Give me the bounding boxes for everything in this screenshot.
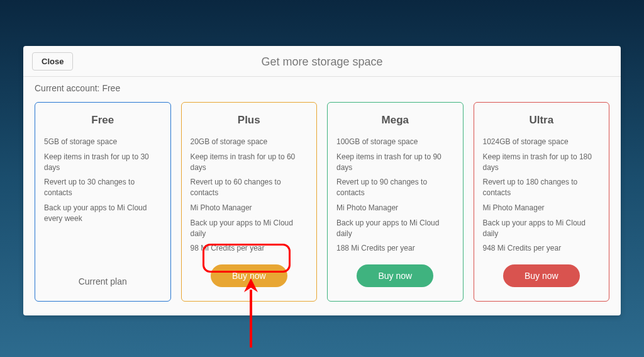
plan-feature-item: 1024GB of storage space	[483, 137, 601, 147]
plan-footer: Buy now	[336, 264, 454, 287]
plan-feature-item: Keep items in trash for up to 180 days	[483, 152, 601, 173]
plan-feature-item: Keep items in trash for up to 30 days	[44, 152, 162, 173]
modal-title: Get more storage space	[32, 54, 612, 69]
plan-feature-item: 948 Mi Credits per year	[483, 243, 601, 254]
plan-features: 20GB of storage spaceKeep items in trash…	[191, 137, 308, 258]
plan-card-plus: Plus20GB of storage spaceKeep items in t…	[181, 102, 318, 302]
plan-feature-item: Mi Photo Manager	[191, 203, 308, 213]
close-button[interactable]: Close	[32, 52, 73, 71]
current-account-label: Current account: Free	[23, 77, 621, 96]
plan-feature-item: Back up your apps to Mi Cloud daily	[191, 218, 308, 239]
plan-feature-item: Keep items in trash for up to 90 days	[336, 152, 454, 173]
plan-feature-item: 5GB of storage space	[44, 137, 162, 147]
plan-features: 1024GB of storage spaceKeep items in tra…	[483, 137, 601, 258]
plan-card-free: Free5GB of storage spaceKeep items in tr…	[35, 102, 171, 302]
plan-feature-item: Revert up to 90 changes to contacts	[336, 177, 454, 198]
plan-feature-item: Mi Photo Manager	[483, 203, 601, 213]
plan-features: 5GB of storage spaceKeep items in trash …	[44, 137, 162, 269]
plan-feature-item: 98 Mi Credits per year	[191, 243, 308, 254]
plan-card-ultra: Ultra1024GB of storage spaceKeep items i…	[474, 102, 610, 302]
plan-feature-item: Back up your apps to Mi Cloud every week	[44, 203, 162, 224]
plans-container: Free5GB of storage spaceKeep items in tr…	[23, 96, 621, 315]
plan-footer: Buy now	[191, 264, 308, 287]
plan-features: 100GB of storage spaceKeep items in tras…	[336, 137, 454, 258]
plan-name: Mega	[336, 114, 454, 127]
plan-feature-item: Keep items in trash for up to 60 days	[191, 152, 308, 173]
plan-name: Plus	[191, 114, 308, 127]
plan-feature-item: 100GB of storage space	[336, 137, 454, 147]
plan-feature-item: Back up your apps to Mi Cloud daily	[483, 218, 601, 239]
storage-modal: Close Get more storage space Current acc…	[23, 46, 621, 315]
plan-feature-item: Revert up to 180 changes to contacts	[483, 177, 601, 198]
plan-feature-item: Revert up to 30 changes to contacts	[44, 177, 162, 198]
plan-feature-item: Mi Photo Manager	[336, 203, 454, 213]
buy-now-button-ultra[interactable]: Buy now	[503, 264, 580, 287]
current-plan-label: Current plan	[79, 276, 127, 286]
plan-card-mega: Mega100GB of storage spaceKeep items in …	[327, 102, 464, 302]
plan-feature-item: Revert up to 60 changes to contacts	[191, 177, 308, 198]
plan-footer: Current plan	[44, 276, 162, 287]
plan-feature-item: 20GB of storage space	[191, 137, 308, 147]
plan-footer: Buy now	[483, 264, 601, 287]
buy-now-button-mega[interactable]: Buy now	[357, 264, 433, 287]
plan-feature-item: Back up your apps to Mi Cloud daily	[336, 218, 454, 239]
plan-feature-item: 188 Mi Credits per year	[336, 243, 454, 254]
plan-name: Ultra	[483, 114, 601, 127]
buy-now-button-plus[interactable]: Buy now	[211, 264, 287, 287]
plan-name: Free	[44, 114, 162, 127]
modal-header: Close Get more storage space	[23, 46, 621, 77]
